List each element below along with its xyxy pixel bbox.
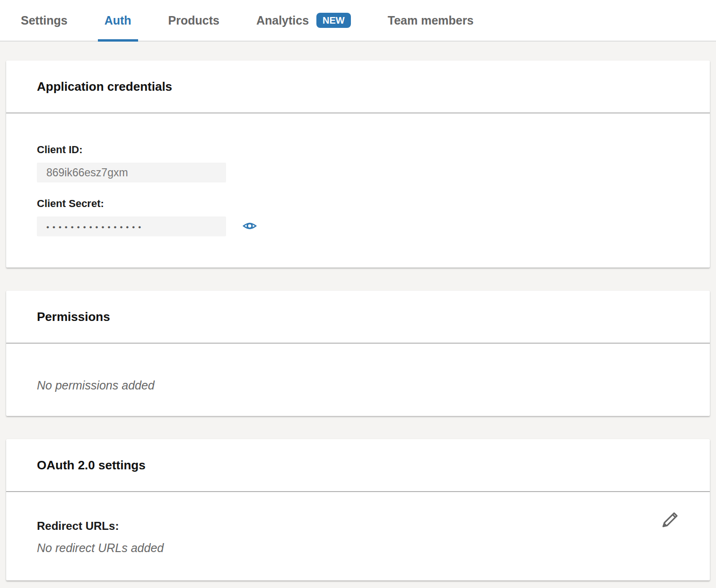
- tab-products-label: Products: [168, 14, 219, 27]
- tab-team-members[interactable]: Team members: [381, 0, 480, 41]
- eye-icon: [242, 218, 257, 235]
- permissions-header: Permissions: [6, 291, 710, 344]
- tab-settings[interactable]: Settings: [14, 0, 74, 41]
- tab-auth-label: Auth: [105, 14, 131, 27]
- oauth-settings-title: OAuth 2.0 settings: [37, 458, 146, 473]
- permissions-card: Permissions No permissions added: [6, 291, 710, 416]
- permissions-body: No permissions added: [6, 344, 710, 416]
- reveal-secret-button[interactable]: [242, 218, 257, 235]
- main-content: Application credentials Client ID: 869ik…: [0, 42, 716, 580]
- no-redirect-urls-text: No redirect URLs added: [37, 541, 679, 555]
- oauth-settings-header: OAuth 2.0 settings: [6, 439, 710, 492]
- client-id-label: Client ID:: [37, 144, 679, 156]
- tab-settings-label: Settings: [21, 14, 68, 27]
- application-credentials-card: Application credentials Client ID: 869ik…: [6, 61, 710, 268]
- new-badge: NEW: [316, 13, 351, 28]
- oauth-settings-body: Redirect URLs: No redirect URLs added: [6, 492, 710, 580]
- client-secret-row: ••••••••••••••••: [37, 216, 679, 236]
- edit-redirect-urls-button[interactable]: [659, 507, 681, 530]
- application-credentials-title: Application credentials: [37, 79, 172, 94]
- pencil-icon: [659, 523, 681, 530]
- tab-bar: Settings Auth Products Analytics NEW Tea…: [0, 0, 716, 42]
- client-secret-masked-value: ••••••••••••••••: [37, 216, 226, 236]
- client-secret-label: Client Secret:: [37, 198, 679, 210]
- permissions-title: Permissions: [37, 310, 110, 324]
- no-permissions-text: No permissions added: [37, 379, 679, 392]
- application-credentials-header: Application credentials: [6, 61, 710, 113]
- redirect-urls-label: Redirect URLs:: [37, 519, 679, 533]
- application-credentials-body: Client ID: 869ik66esz7gxm Client Secret:…: [6, 113, 710, 268]
- oauth-settings-card: OAuth 2.0 settings Redirect URLs: No red…: [6, 439, 710, 580]
- tab-products[interactable]: Products: [162, 0, 226, 41]
- tab-auth[interactable]: Auth: [98, 0, 138, 41]
- tab-analytics-label: Analytics: [256, 14, 309, 27]
- tab-analytics[interactable]: Analytics NEW: [250, 0, 358, 41]
- tab-team-members-label: Team members: [388, 14, 474, 27]
- client-id-value: 869ik66esz7gxm: [37, 163, 226, 182]
